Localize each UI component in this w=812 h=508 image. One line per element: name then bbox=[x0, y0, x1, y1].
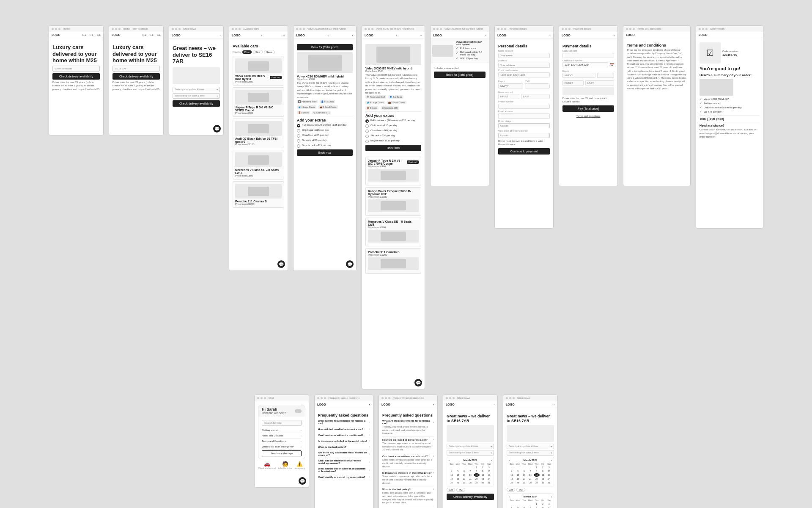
extra-insurance1[interactable]: Full insurance (All waiver) +£35 per day bbox=[297, 124, 353, 127]
great1-back[interactable]: ‹ bbox=[219, 33, 221, 37]
cal-d-0-1[interactable] bbox=[449, 466, 455, 469]
slot2-am[interactable]: AM bbox=[507, 488, 515, 492]
nav-link-2[interactable]: link bbox=[90, 34, 93, 36]
chat-item-2[interactable]: News and Updates › bbox=[262, 433, 302, 439]
cal-d-6[interactable]: 6 bbox=[461, 469, 467, 473]
cal-d-25[interactable]: 25 bbox=[449, 481, 455, 484]
great1-check-btn[interactable]: Check delivery availability bbox=[173, 100, 220, 107]
upload-licence[interactable]: Upload bbox=[498, 133, 550, 138]
faq2-item-4[interactable]: Is insurance included in the rental pric… bbox=[382, 470, 434, 486]
faq-item-8[interactable]: What should I do in case of an accident … bbox=[318, 466, 370, 474]
cal-d-5[interactable]: 5 bbox=[455, 469, 461, 473]
faq2-item-5[interactable]: What is the fuel policy?› Rental cars us… bbox=[382, 486, 434, 506]
checkbox-chauffeur1[interactable] bbox=[297, 134, 300, 138]
faq2-item-6[interactable]: Are there any additional fees I should b… bbox=[382, 506, 434, 508]
great1-select-pickup[interactable]: Select pick-up date & time ▾ bbox=[173, 87, 220, 92]
faq-item-9[interactable]: Can I modify or cancel my reservation?› bbox=[318, 474, 370, 480]
slot-pm[interactable]: PM bbox=[456, 488, 465, 492]
cal-d-10[interactable]: 10 bbox=[486, 469, 492, 473]
cal-d-0-3[interactable] bbox=[461, 466, 467, 469]
checkbox-insurance1[interactable] bbox=[297, 124, 300, 127]
cal-d-7[interactable]: 7 bbox=[467, 469, 473, 473]
nav-link-6[interactable]: link bbox=[157, 34, 161, 36]
terms-link-payment[interactable]: Terms and conditions bbox=[576, 115, 601, 117]
nav-link-3[interactable]: link bbox=[97, 34, 101, 36]
car-card-jaguar1[interactable]: Jaguar F-Type R 5.0 V8 S/C 575PS Coupé P… bbox=[233, 87, 284, 117]
faq2-close[interactable]: × bbox=[433, 403, 435, 406]
cal-d-22[interactable]: 22 bbox=[474, 477, 480, 480]
car-card-audi[interactable]: Audi Q7 Black Edition 55 TFSI quattro Pr… bbox=[233, 119, 284, 148]
volvo2-close[interactable]: × bbox=[420, 33, 422, 37]
volvo1-close[interactable]: × bbox=[351, 33, 354, 37]
great1-select-dropoff[interactable]: Select drop-off date & time ▾ bbox=[173, 93, 220, 99]
car-card-range-rover1[interactable]: Range Rover Evoque P300e R-Dynamic HSE P… bbox=[365, 187, 421, 216]
chat-btn-5[interactable]: 💬 bbox=[299, 477, 306, 485]
cal3-prev[interactable]: ‹ bbox=[509, 495, 510, 498]
input-address[interactable] bbox=[498, 63, 550, 68]
extra-child2[interactable]: Child seat +£15 per day bbox=[365, 124, 421, 128]
volvo-sum-back[interactable]: ‹ bbox=[485, 33, 486, 37]
cal-d-2[interactable]: 2 bbox=[480, 466, 486, 469]
input-phone[interactable] bbox=[498, 104, 550, 109]
cal2-next[interactable]: › bbox=[551, 459, 552, 461]
extra-child1[interactable]: Child seat +£15 per day bbox=[297, 129, 353, 133]
slot-am[interactable]: AM bbox=[447, 488, 455, 492]
cal-d-26[interactable]: 26 bbox=[455, 481, 461, 484]
checkbox-child2[interactable] bbox=[365, 124, 369, 128]
cal-d-13[interactable]: 13 bbox=[461, 473, 467, 477]
personal-back[interactable]: ‹ bbox=[549, 33, 551, 37]
nav-link-5[interactable]: link bbox=[150, 34, 154, 36]
faq-item-6[interactable]: Are there any additional fees I should b… bbox=[318, 450, 370, 458]
slot2-pm[interactable]: PM bbox=[516, 488, 525, 492]
faq2-item-2[interactable]: How old do I need to be to rent a car?› … bbox=[382, 437, 434, 453]
filter-price[interactable]: Price bbox=[242, 50, 252, 54]
cal3-next[interactable]: › bbox=[551, 495, 552, 498]
cal-d-27[interactable]: 27 bbox=[461, 481, 467, 484]
avail-back[interactable]: ‹ bbox=[261, 33, 263, 37]
cal-d-23[interactable]: 23 bbox=[480, 477, 486, 480]
faq-item-5[interactable]: What is the fuel policy?› bbox=[318, 444, 370, 450]
home1-postcode-input[interactable]: Enter postcode bbox=[52, 66, 100, 72]
input-lastname[interactable] bbox=[521, 94, 550, 99]
input-pay-reset2[interactable] bbox=[585, 80, 614, 86]
checkbox-ski1[interactable] bbox=[297, 139, 300, 143]
faq2-item-3[interactable]: Can I rent a car without a credit card?›… bbox=[382, 453, 434, 470]
filter-size[interactable]: Size bbox=[253, 50, 263, 54]
cal-d-19[interactable]: 19 bbox=[455, 477, 461, 480]
great2-pickup[interactable]: Select pick-up date & time ▾ bbox=[447, 444, 494, 449]
checkbox-ski2[interactable] bbox=[365, 135, 369, 138]
input-email[interactable] bbox=[498, 113, 550, 119]
cal-d-24[interactable]: 24 bbox=[486, 477, 492, 480]
volvo1-book-btn[interactable]: Book now bbox=[297, 149, 353, 156]
volvo-sum-book-btn[interactable]: Book for [Total price] bbox=[434, 72, 486, 78]
cal-d-1[interactable]: 1 bbox=[474, 466, 480, 469]
volvo2-back[interactable]: ‹ bbox=[396, 33, 398, 37]
chat-btn-1[interactable]: 💬 bbox=[213, 125, 221, 133]
chat-item-3[interactable]: Terms and Conditions › bbox=[262, 439, 302, 444]
great3-pickup[interactable]: Select pick-up date & time ▾ bbox=[507, 444, 554, 449]
continue-payment-btn[interactable]: Continue to payment bbox=[498, 148, 550, 155]
great3-back[interactable]: ‹ bbox=[554, 403, 555, 406]
avail-close[interactable]: × bbox=[283, 33, 285, 37]
filter-seats[interactable]: Seats bbox=[264, 50, 275, 54]
faq-item-7[interactable]: Can I add an additional driver to the re… bbox=[318, 458, 370, 466]
cal-prev-1[interactable]: ‹ bbox=[449, 459, 450, 461]
car-card-jaguar2[interactable]: Jaguar F-Type R 5.0 V8 S/C 575PS Coupé F… bbox=[365, 157, 421, 185]
cal-d-4[interactable]: 4 bbox=[449, 469, 455, 473]
payment-back[interactable]: ‹ bbox=[614, 33, 615, 37]
cal-d-8[interactable]: 8 bbox=[474, 469, 480, 473]
cal2-prev[interactable]: ‹ bbox=[509, 459, 510, 461]
extra-ski2[interactable]: Ski rack +£20 per day bbox=[365, 134, 421, 138]
nav-link-1[interactable]: link bbox=[82, 34, 86, 36]
faq1-close[interactable]: × bbox=[368, 403, 370, 406]
input-pay-cvv[interactable] bbox=[597, 73, 614, 78]
input-card[interactable] bbox=[498, 72, 550, 77]
cal-d-31[interactable]: 31 bbox=[486, 481, 492, 484]
faq-item-3[interactable]: Can I rent a car without a credit card?› bbox=[318, 432, 370, 438]
volvo2-book-btn[interactable]: Book now bbox=[365, 145, 421, 151]
cal-d-11[interactable]: 11 bbox=[449, 473, 455, 477]
cal-d-0-2[interactable] bbox=[455, 466, 461, 469]
home2-postcode-input[interactable]: SE16 7AF bbox=[112, 66, 160, 72]
cal-d-0-4[interactable] bbox=[467, 466, 473, 469]
cal-d-29[interactable]: 29 bbox=[474, 481, 480, 484]
